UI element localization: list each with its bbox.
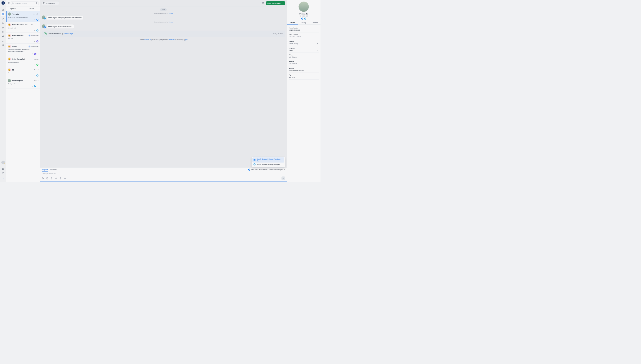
dashboard-icon — [2, 9, 4, 11]
conversation-time: Feb 17 — [34, 69, 39, 71]
merge-contact-link[interactable]: Petrina Jo — [168, 39, 174, 41]
nav-contacts[interactable] — [1, 16, 5, 21]
field-value: English — [289, 50, 293, 51]
conversation-row[interactable]: 😊Arvind Kalidas NairFeb 18Random Message — [6, 56, 40, 67]
vi-icon — [34, 53, 36, 55]
contact-avatar: 😊 — [8, 34, 11, 37]
conversation-row[interactable]: 😄C LFeb 17Thanks — [6, 67, 40, 78]
nav-workflows[interactable] — [1, 25, 5, 30]
opened-by-link[interactable]: Contact — [168, 12, 173, 14]
message-avatar — [42, 24, 45, 28]
nav-chat[interactable] — [1, 12, 5, 16]
conversation-row[interactable]: Petrina Jo10:44 AMHello, is your promo s… — [6, 11, 40, 22]
direction-icon — [34, 64, 36, 66]
send-button[interactable] — [281, 176, 285, 180]
tg-icon — [304, 18, 306, 20]
contact-avatar: 😊 — [8, 23, 11, 26]
nav-bell[interactable] — [1, 167, 5, 171]
contact-avatar: 😀 — [8, 45, 11, 48]
field-value: Add Purpose — [289, 63, 297, 65]
svg-rect-19 — [56, 178, 56, 178]
contact-field[interactable]: LanguageEnglish — [289, 46, 319, 53]
conversation-preview: Testing notification — [8, 83, 31, 85]
composer-tab-comment[interactable]: Comment — [50, 169, 57, 172]
nav-help[interactable] — [1, 171, 5, 176]
channel-option[interactable]: Grub N Go Meal Delivery - Facebook M… — [252, 158, 284, 162]
voice-icon[interactable] — [55, 177, 57, 180]
nav-settings[interactable] — [1, 43, 5, 48]
assign-user-icon — [43, 2, 45, 4]
field-value: Add Email Address — [289, 36, 301, 38]
tg-icon — [37, 30, 39, 32]
nav-broadcast[interactable] — [1, 21, 5, 25]
channel-option-label: Grub N Go Meal Delivery - Facebook M… — [257, 158, 283, 162]
contact-field[interactable]: Email AddressAdd Email Address — [289, 32, 319, 39]
sort-dropdown[interactable]: Newest — [29, 8, 36, 10]
contact-field[interactable]: CategoryAdd Category — [289, 53, 319, 59]
composer-channel-picker[interactable]: Grub N Go Meal Delivery - Facebook Messe… — [248, 169, 285, 172]
conversation-time: Wednesday — [31, 35, 39, 36]
search-input-wrapper[interactable] — [11, 1, 39, 5]
snooze-button[interactable] — [262, 2, 264, 4]
composer-channel-label: Grub N Go Meal Delivery - Facebook Messe… — [251, 169, 283, 170]
contact-tab-details[interactable]: Details — [287, 21, 298, 25]
contact-field[interactable]: TagsAdd Tags — [289, 73, 319, 80]
inbound-message: Hello! Is your new year promotion still … — [42, 16, 285, 20]
nav-dashboard[interactable] — [1, 8, 5, 12]
svg-point-1 — [3, 18, 4, 19]
contact-tab-channels[interactable]: Channels — [309, 21, 320, 25]
chevron-down-icon — [282, 2, 284, 4]
conversation-preview: Thanks — [8, 72, 31, 74]
org-icon — [2, 35, 4, 38]
channel-option-label: Grub N Go Meal Delivery - Telegram — [257, 164, 280, 166]
opened-by-link[interactable]: Contact — [168, 21, 173, 23]
contact-field[interactable]: CountrySelect Country — [289, 39, 319, 46]
tg-icon — [34, 86, 36, 88]
closed-banner: Conversation closed by Contact Merge Tod… — [42, 31, 285, 37]
nav-org[interactable] — [1, 34, 5, 39]
merge-contact-link[interactable]: Petrina Jo — [144, 39, 151, 41]
conversation-row[interactable]: 😊Wilson Kok Jun C…4WednesdayTest test — [6, 33, 40, 44]
merge-actor-link[interactable]: you — [185, 39, 188, 41]
close-conversation-button[interactable]: Close Conversation — [266, 1, 285, 5]
variable-icon[interactable] — [64, 177, 66, 180]
collapse-panel-icon[interactable] — [8, 2, 10, 4]
contact-tab-activity[interactable]: Activity — [298, 21, 309, 25]
chevron-down-icon — [35, 8, 36, 10]
status-filter-dropdown[interactable]: Open — [10, 8, 16, 10]
help-icon — [2, 172, 4, 174]
contact-field[interactable]: Websitehttps://www.google.com — [289, 66, 319, 73]
conversation-row[interactable]: Román FilgueiraFeb 17Testing notificatio… — [6, 78, 40, 89]
workspace-avatar[interactable]: C — [1, 1, 5, 5]
field-label: Purpose — [289, 61, 319, 62]
assignee-picker[interactable]: Unassigned — [42, 1, 59, 5]
fb-icon — [37, 19, 39, 21]
current-user-avatar[interactable] — [1, 161, 5, 164]
search-input[interactable] — [15, 2, 35, 4]
contact-avatar — [8, 12, 11, 16]
channel-option[interactable]: Grub N Go Meal Delivery - Telegram — [252, 162, 284, 166]
file-icon[interactable] — [60, 177, 62, 180]
filter-icon[interactable] — [36, 2, 38, 4]
direction-icon — [31, 53, 33, 55]
conversation-row[interactable]: 😊Wilson Jun Chean KokWednesdayHelo helo … — [6, 22, 40, 33]
contact-avatar[interactable] — [299, 2, 309, 12]
attachment-icon[interactable] — [51, 177, 53, 180]
snippet-icon[interactable] — [46, 177, 48, 180]
chevron-up-icon — [283, 169, 285, 170]
field-value: Add Tags — [289, 76, 295, 78]
nav-reports[interactable] — [1, 39, 5, 43]
wave-icon — [2, 176, 4, 179]
conversation-preview: Test test — [8, 38, 31, 40]
contact-field[interactable]: Phone Number60112233445566 — [289, 26, 319, 32]
composer-input[interactable] — [42, 173, 285, 175]
nav-settings-gear[interactable] — [1, 30, 5, 34]
contact-field[interactable]: PurposeAdd Purpose — [289, 59, 319, 66]
conversation-row[interactable]: 😀Joann K3WednesdayI nak order some but i… — [6, 44, 40, 56]
closed-by-link[interactable]: Contact Merge — [64, 33, 73, 35]
emoji-icon[interactable] — [42, 177, 44, 180]
message-composer: Respond Comment Grub N Go Meal Delivery … — [40, 168, 287, 182]
contact-avatar: 😊 — [8, 57, 11, 60]
composer-tab-respond[interactable]: Respond — [42, 169, 48, 172]
nav-wave[interactable] — [1, 176, 5, 180]
